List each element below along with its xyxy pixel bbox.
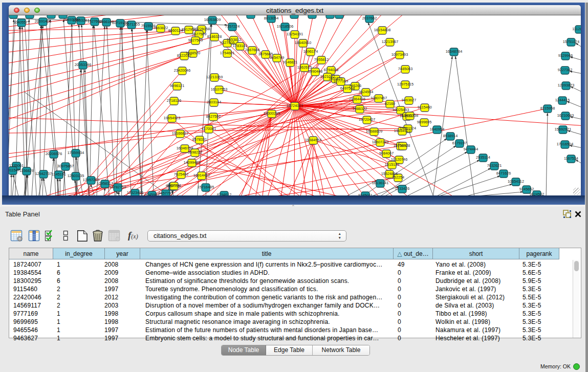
svg-text:2718126: 2718126	[167, 98, 181, 103]
svg-text:7955812: 7955812	[314, 57, 329, 62]
svg-text:18640910: 18640910	[295, 40, 311, 45]
svg-text:6179197: 6179197	[452, 141, 467, 145]
svg-text:12213967: 12213967	[382, 39, 398, 44]
svg-text:8813054: 8813054	[264, 16, 278, 20]
svg-text:23420046: 23420046	[174, 68, 190, 73]
svg-text:6794028: 6794028	[324, 68, 338, 72]
svg-text:1244415: 1244415	[555, 98, 570, 102]
svg-text:9777169: 9777169	[334, 79, 348, 83]
svg-text:9227342: 9227342	[558, 68, 572, 72]
svg-text:8186328: 8186328	[207, 34, 222, 39]
svg-text:16648784: 16648784	[446, 49, 462, 54]
svg-text:1335061: 1335061	[9, 163, 24, 168]
svg-text:18724007: 18724007	[287, 103, 303, 108]
svg-text:16154808: 16154808	[374, 28, 390, 32]
svg-text:9474444: 9474444	[464, 147, 478, 151]
svg-text:8660124: 8660124	[168, 28, 183, 33]
svg-text:18607249: 18607249	[372, 140, 388, 144]
svg-text:9457791: 9457791	[159, 191, 173, 195]
svg-text:10688609: 10688609	[366, 129, 382, 134]
svg-text:1754601: 1754601	[220, 51, 234, 55]
svg-text:252254: 252254	[392, 175, 404, 180]
svg-text:19654923: 19654923	[164, 116, 180, 120]
svg-text:10973493: 10973493	[391, 52, 408, 57]
svg-text:1156829: 1156829	[19, 168, 34, 173]
svg-text:1696174: 1696174	[303, 49, 318, 54]
svg-text:10120746: 10120746	[391, 157, 407, 162]
svg-text:9827509: 9827509	[192, 32, 206, 36]
svg-text:14099489: 14099489	[184, 160, 200, 165]
svg-text:10654112: 10654112	[508, 179, 524, 184]
svg-text:8322037: 8322037	[177, 53, 191, 58]
svg-text:1145191: 1145191	[52, 172, 66, 177]
svg-text:7485063: 7485063	[398, 67, 412, 71]
svg-text:12323446: 12323446	[127, 190, 143, 195]
svg-text:9146821: 9146821	[283, 60, 297, 64]
svg-text:7986322: 7986322	[353, 106, 367, 111]
svg-text:1756928: 1756928	[396, 143, 410, 148]
svg-text:9329946: 9329946	[558, 53, 573, 58]
svg-text:15720407: 15720407	[359, 117, 375, 122]
svg-text:1615132: 1615132	[385, 162, 399, 167]
svg-text:9824502: 9824502	[530, 192, 544, 195]
svg-text:17016504: 17016504	[557, 142, 573, 146]
svg-text:10853287: 10853287	[73, 18, 89, 23]
svg-text:8938914: 8938914	[443, 134, 458, 138]
svg-text:1553812: 1553812	[227, 37, 241, 42]
svg-text:7632621: 7632621	[487, 163, 502, 168]
svg-text:20053346: 20053346	[75, 62, 91, 67]
svg-text:6990448: 6990448	[308, 69, 322, 74]
svg-text:9096121: 9096121	[170, 83, 184, 88]
svg-text:8454749: 8454749	[270, 55, 284, 60]
svg-text:10405571: 10405571	[13, 20, 30, 25]
svg-text:3624554: 3624554	[359, 90, 373, 94]
svg-text:62160: 62160	[385, 101, 395, 106]
svg-text:16053809: 16053809	[204, 17, 221, 22]
svg-text:16136141: 16136141	[372, 181, 388, 185]
svg-text:1112864: 1112864	[572, 27, 581, 31]
svg-text:18300295: 18300295	[264, 111, 280, 116]
svg-text:16671355: 16671355	[123, 22, 140, 27]
svg-text:9084067: 9084067	[379, 151, 394, 156]
svg-text:2935114: 2935114	[476, 155, 490, 160]
svg-text:20206576: 20206576	[46, 151, 62, 156]
svg-text:12942737: 12942737	[35, 171, 52, 176]
svg-text:3698222: 3698222	[188, 150, 202, 155]
svg-text:7663822: 7663822	[154, 26, 168, 30]
svg-text:8471626: 8471626	[496, 171, 511, 176]
svg-text:16107553: 16107553	[211, 87, 227, 92]
svg-text:10807467: 10807467	[371, 96, 387, 100]
svg-text:1640954: 1640954	[430, 127, 444, 132]
svg-text:15692971: 15692971	[555, 127, 571, 132]
svg-text:21364436: 21364436	[349, 97, 365, 101]
svg-text:10025453: 10025453	[393, 107, 409, 112]
svg-text:9245652: 9245652	[519, 187, 534, 191]
svg-text:12093873: 12093873	[558, 83, 574, 87]
svg-text:7625402: 7625402	[174, 172, 188, 177]
svg-text:9115460: 9115460	[418, 105, 432, 110]
svg-text:3911547: 3911547	[9, 168, 20, 172]
svg-text:13495758: 13495758	[402, 113, 418, 118]
svg-text:2803144: 2803144	[207, 100, 221, 104]
svg-text:16210643: 16210643	[557, 113, 574, 118]
svg-text:12503135: 12503135	[68, 173, 84, 178]
svg-text:13226058: 13226058	[193, 27, 210, 31]
svg-text:1733426: 1733426	[395, 186, 409, 191]
svg-text:8578331: 8578331	[192, 137, 207, 142]
svg-text:16914412: 16914412	[193, 173, 210, 178]
svg-text:7357224: 7357224	[225, 24, 239, 29]
svg-text:13254191: 13254191	[287, 32, 303, 36]
svg-text:1167534: 1167534	[564, 156, 578, 161]
svg-text:19166827: 19166827	[172, 131, 188, 136]
svg-text:30975867: 30975867	[57, 164, 74, 168]
svg-text:20691406: 20691406	[35, 19, 51, 24]
svg-text:6497568: 6497568	[340, 86, 355, 91]
svg-text:19384554: 19384554	[305, 138, 321, 142]
svg-text:16782759: 16782759	[110, 185, 126, 189]
svg-text:2037662: 2037662	[362, 16, 377, 20]
svg-text:15751074: 15751074	[563, 39, 579, 44]
svg-text:2867608: 2867608	[245, 48, 259, 52]
svg-text:15716485: 15716485	[198, 185, 214, 189]
svg-text:8427552: 8427552	[206, 114, 221, 119]
svg-text:4170061: 4170061	[202, 126, 216, 131]
